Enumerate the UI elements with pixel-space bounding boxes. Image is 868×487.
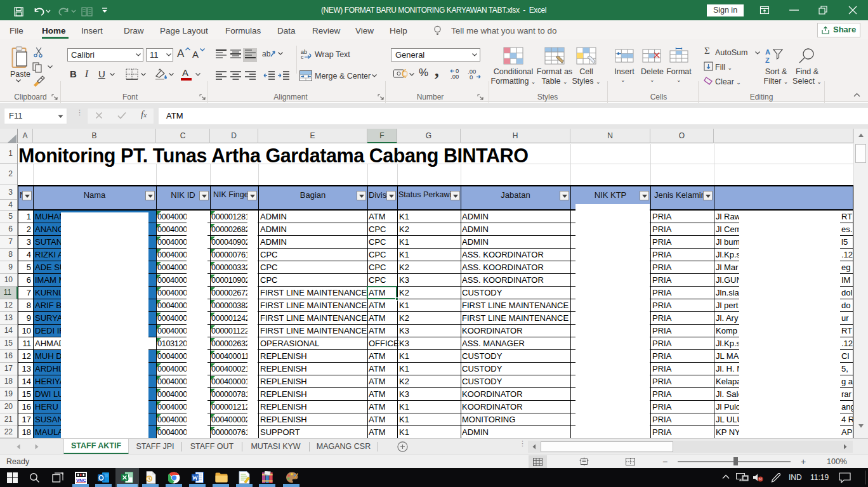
- svg-text:Z: Z: [765, 56, 770, 64]
- svg-text:c: c: [301, 54, 304, 59]
- svg-text:A: A: [765, 48, 770, 56]
- svg-text:VNC: VNC: [76, 477, 86, 483]
- svg-text:ab: ab: [262, 49, 271, 58]
- svg-text:0: 0: [470, 74, 473, 80]
- svg-text:0: 0: [456, 68, 459, 74]
